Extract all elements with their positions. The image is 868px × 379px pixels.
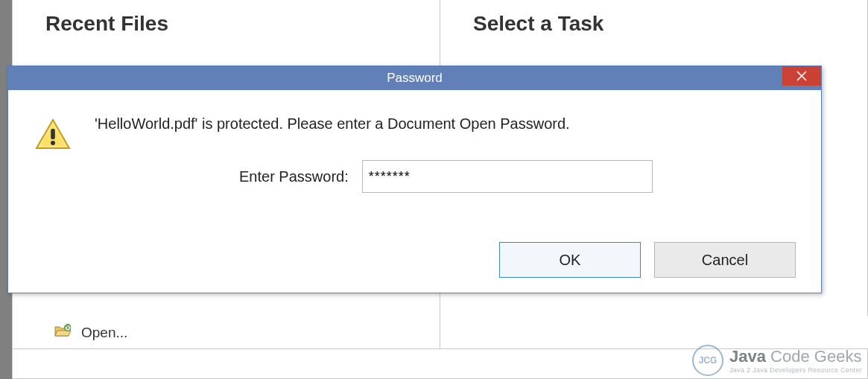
select-task-heading: Select a Task — [473, 12, 837, 36]
password-input-row: Enter Password: — [239, 160, 653, 193]
dialog-title: Password — [387, 71, 443, 86]
password-input[interactable] — [362, 160, 653, 193]
ok-button[interactable]: OK — [499, 242, 641, 278]
svg-rect-9 — [51, 129, 55, 139]
recent-files-heading: Recent Files — [45, 12, 410, 36]
close-icon — [796, 71, 807, 81]
folder-open-icon — [54, 324, 71, 341]
svg-marker-3 — [55, 331, 71, 336]
dialog-body: 'HelloWorld.pdf' is protected. Please en… — [8, 90, 821, 293]
bottom-strip — [12, 349, 868, 379]
open-file-button[interactable]: Open... — [12, 316, 440, 349]
warning-icon — [34, 117, 72, 156]
password-dialog: Password 'HelloWorld.pdf' is protected. … — [7, 66, 822, 293]
cancel-button[interactable]: Cancel — [654, 242, 796, 278]
password-input-label: Enter Password: — [239, 168, 349, 185]
svg-point-10 — [51, 141, 55, 145]
open-file-label: Open... — [81, 325, 127, 341]
dialog-message: 'HelloWorld.pdf' is protected. Please en… — [95, 115, 570, 133]
close-button[interactable] — [782, 66, 821, 86]
recent-open-row: Open... — [12, 316, 868, 349]
dialog-titlebar[interactable]: Password — [8, 66, 821, 90]
dialog-button-row: OK Cancel — [499, 242, 796, 278]
task-lower-area — [440, 316, 869, 349]
